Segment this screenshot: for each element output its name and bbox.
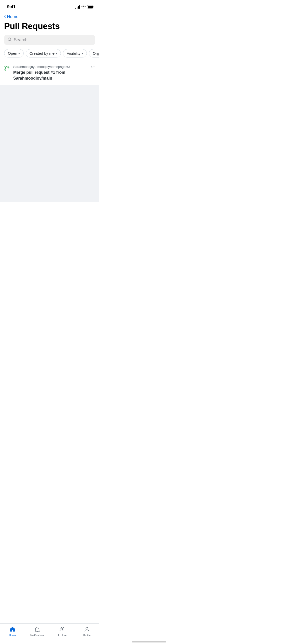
filter-organization[interactable]: Organizati	[89, 49, 99, 57]
filter-created-by-me-label: Created by me	[30, 51, 55, 55]
page-title: Pull Requests	[0, 20, 99, 35]
pr-repo: Sarahmoodjoy / moodjoyhomepage #3	[13, 65, 70, 69]
svg-rect-1	[88, 6, 93, 8]
pull-request-icon	[4, 65, 10, 72]
search-icon	[8, 37, 12, 42]
status-bar: 9:41	[0, 0, 99, 12]
wifi-icon	[82, 5, 86, 8]
search-bar[interactable]: Search	[4, 35, 95, 45]
search-container: Search	[0, 35, 99, 49]
filter-open-label: Open	[8, 51, 17, 55]
empty-area	[0, 85, 99, 202]
back-chevron-icon: ‹	[4, 14, 6, 19]
filter-row: Open ▾ Created by me ▾ Visibility ▾ Orga…	[0, 49, 99, 57]
filter-created-by-me[interactable]: Created by me ▾	[26, 49, 61, 57]
status-time: 9:41	[7, 4, 16, 9]
filter-open-chevron-icon: ▾	[18, 52, 20, 55]
pr-item[interactable]: Sarahmoodjoy / moodjoyhomepage #3 4m Mer…	[0, 61, 99, 85]
filter-open[interactable]: Open ▾	[4, 49, 24, 57]
pr-time: 4m	[91, 65, 95, 69]
pr-meta: Sarahmoodjoy / moodjoyhomepage #3 4m	[13, 65, 95, 69]
filter-visibility[interactable]: Visibility ▾	[63, 49, 87, 57]
filter-visibility-label: Visibility	[67, 51, 80, 55]
signal-icon	[75, 5, 80, 9]
filter-visibility-chevron-icon: ▾	[82, 52, 83, 55]
pr-list: Sarahmoodjoy / moodjoyhomepage #3 4m Mer…	[0, 61, 99, 85]
back-navigation[interactable]: ‹ Home	[0, 12, 99, 20]
search-placeholder: Search	[14, 37, 28, 42]
pr-title: Merge pull request #1 from Sarahmoodjoy/…	[13, 70, 95, 81]
back-label: Home	[7, 14, 18, 19]
filter-organization-label: Organizati	[93, 51, 99, 55]
battery-icon	[87, 5, 94, 9]
filter-created-chevron-icon: ▾	[56, 52, 57, 55]
svg-line-3	[10, 40, 11, 41]
pr-content: Sarahmoodjoy / moodjoyhomepage #3 4m Mer…	[13, 65, 95, 81]
status-icons	[75, 5, 94, 9]
